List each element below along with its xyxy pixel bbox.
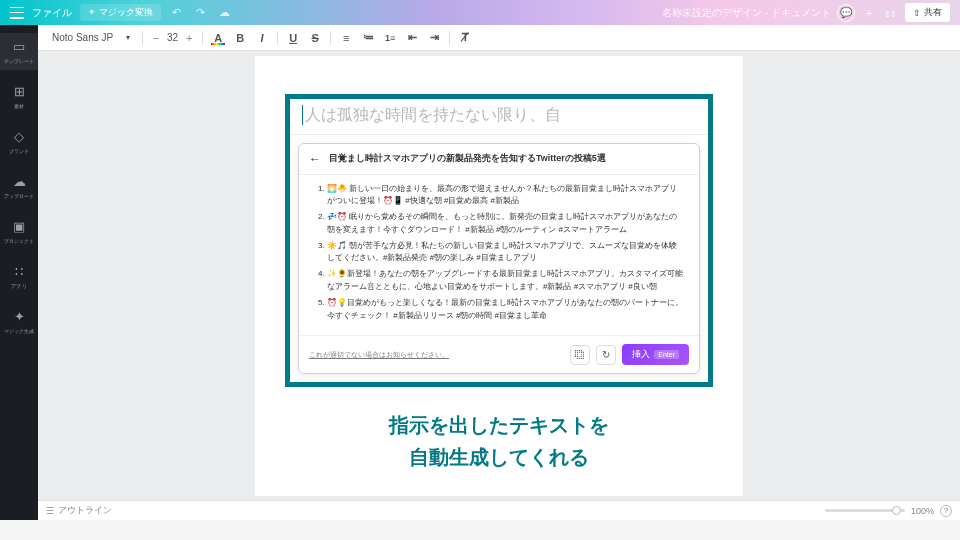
font-size-value[interactable]: 32: [167, 32, 178, 43]
underline-button[interactable]: U: [284, 29, 302, 47]
caption-text: 指示を出したテキストを 自動生成してくれる: [285, 409, 713, 473]
outline-icon: ☰: [46, 506, 54, 516]
plus-icon[interactable]: +: [861, 5, 877, 21]
chevron-down-icon: ▾: [126, 33, 130, 42]
list-item: ☀️🎵 朝が苦手な方必見！私たちの新しい目覚まし時計スマホアプリで、スムーズな目…: [327, 240, 685, 266]
list-number-button[interactable]: 1≡: [381, 29, 399, 47]
ai-result-list: 🌅🐣 新しい一日の始まりを、最高の形で迎えませんか？私たちの最新目覚まし時計スマ…: [299, 175, 699, 336]
list-item: ✨🌻新登場！あなたの朝をアップグレードする最新目覚まし時計スマホアプリ。カスタマ…: [327, 268, 685, 294]
file-menu[interactable]: ファイル: [32, 6, 72, 20]
sidebar-item-template[interactable]: ▭テンプレート: [0, 33, 38, 70]
sidebar-item-upload[interactable]: ☁アップロード: [0, 168, 38, 205]
sidebar-item-project[interactable]: ▣プロジェクト: [0, 213, 38, 250]
font-size-plus[interactable]: +: [182, 31, 196, 45]
document-title[interactable]: 名称未設定のデザイン - ドキュメント: [662, 6, 831, 20]
feedback-link[interactable]: これが適切でない場合はお知らせください。: [309, 350, 449, 360]
indent-decrease-button[interactable]: ⇤: [403, 29, 421, 47]
undo-icon[interactable]: ↶: [169, 5, 185, 21]
outline-toggle[interactable]: ☰アウトライン: [46, 504, 112, 517]
apps-icon: ∷: [10, 262, 28, 280]
align-button[interactable]: ≡: [337, 29, 355, 47]
zoom-handle[interactable]: [892, 506, 901, 515]
zoom-value[interactable]: 100%: [911, 506, 934, 516]
bold-button[interactable]: B: [231, 29, 249, 47]
help-icon[interactable]: ?: [940, 505, 952, 517]
ai-result-panel: ← 目覚まし時計スマホアプリの新製品発売を告知するTwitterの投稿5選 🌅🐣…: [298, 143, 700, 375]
text-toolbar: Noto Sans JP▾ − 32 + A B I U S ≡ ≔ 1≡ ⇤ …: [38, 25, 960, 51]
analytics-icon[interactable]: ⫾⫾: [883, 5, 899, 21]
cloud-sync-icon: ☁: [217, 5, 233, 21]
ai-result-title: 目覚まし時計スマホアプリの新製品発売を告知するTwitterの投稿5選: [329, 152, 606, 165]
comment-icon[interactable]: 💬: [837, 4, 855, 22]
sidebar-item-magic[interactable]: ✦マジック生成: [0, 303, 38, 340]
indent-increase-button[interactable]: ⇥: [425, 29, 443, 47]
text-color-button[interactable]: A: [209, 29, 227, 47]
zoom-slider[interactable]: [825, 509, 905, 512]
template-icon: ▭: [10, 37, 28, 55]
clear-format-button[interactable]: T̸: [456, 29, 474, 47]
project-icon: ▣: [10, 217, 28, 235]
list-item: 💤⏰ 眠りから覚めるその瞬間を、もっと特別に。新発売の目覚まし時計スマホアプリが…: [327, 211, 685, 237]
copy-button[interactable]: ⿻: [570, 345, 590, 365]
document-page[interactable]: 人は孤独な時間を持たない限り、自 ← 目覚まし時計スマホアプリの新製品発売を告知…: [255, 56, 743, 496]
elements-icon: ⊞: [10, 82, 28, 100]
font-size-minus[interactable]: −: [149, 31, 163, 45]
list-bullet-button[interactable]: ≔: [359, 29, 377, 47]
magic-convert-button[interactable]: ✦ マジック変換: [80, 4, 161, 21]
sidebar-item-apps[interactable]: ∷アプリ: [0, 258, 38, 295]
ai-writer-box: 人は孤独な時間を持たない限り、自 ← 目覚まし時計スマホアプリの新製品発売を告知…: [285, 94, 713, 388]
strikethrough-button[interactable]: S: [306, 29, 324, 47]
sidebar-item-elements[interactable]: ⊞素材: [0, 78, 38, 115]
magic-icon: ✦: [10, 307, 28, 325]
insert-button[interactable]: 挿入Enter: [622, 344, 689, 365]
canvas[interactable]: 人は孤独な時間を持たない限り、自 ← 目覚まし時計スマホアプリの新製品発売を告知…: [38, 51, 960, 500]
menu-icon[interactable]: [10, 7, 24, 19]
prompt-input[interactable]: 人は孤独な時間を持たない限り、自: [290, 99, 708, 135]
list-item: 🌅🐣 新しい一日の始まりを、最高の形で迎えませんか？私たちの最新目覚まし時計スマ…: [327, 183, 685, 209]
brand-icon: ◇: [10, 127, 28, 145]
list-item: ⏰💡目覚めがもっと楽しくなる！最新の目覚まし時計スマホアプリがあなたの朝のパート…: [327, 297, 685, 323]
regenerate-button[interactable]: ↻: [596, 345, 616, 365]
sidebar-item-brand[interactable]: ◇ブランド: [0, 123, 38, 160]
redo-icon[interactable]: ↷: [193, 5, 209, 21]
upload-icon: ☁: [10, 172, 28, 190]
sidebar: ▭テンプレート ⊞素材 ◇ブランド ☁アップロード ▣プロジェクト ∷アプリ ✦…: [0, 25, 38, 520]
italic-button[interactable]: I: [253, 29, 271, 47]
back-arrow-icon[interactable]: ←: [309, 152, 321, 166]
font-select[interactable]: Noto Sans JP▾: [46, 30, 136, 45]
share-button[interactable]: ⇧ 共有: [905, 3, 950, 22]
